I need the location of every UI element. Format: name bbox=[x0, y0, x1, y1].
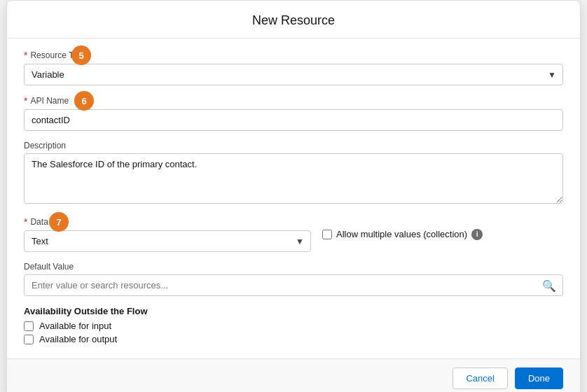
step-badge-6: 6 bbox=[74, 91, 94, 111]
new-resource-dialog: New Resource * Resource Type Variable Co… bbox=[6, 0, 581, 392]
available-for-output-row: Available for output bbox=[24, 334, 563, 344]
default-value-label: Default Value bbox=[24, 262, 563, 272]
data-type-field: * Data Type Text Number Currency Date Da… bbox=[24, 216, 311, 252]
search-icon: 🔍 bbox=[542, 279, 556, 292]
collection-checkbox[interactable] bbox=[322, 230, 332, 239]
step-badge-7: 7 bbox=[49, 212, 69, 232]
available-for-output-label: Available for output bbox=[39, 334, 117, 344]
availability-section: Availability Outside the Flow Available … bbox=[24, 306, 563, 344]
resource-type-field: * Resource Type Variable Constant Formul… bbox=[24, 50, 563, 85]
dialog-header: New Resource bbox=[7, 1, 580, 38]
available-for-input-row: Available for input bbox=[24, 321, 563, 331]
available-for-output-checkbox[interactable] bbox=[24, 335, 34, 344]
dialog-title: New Resource bbox=[252, 13, 335, 27]
resource-type-select-wrapper: Variable Constant Formula Stage Text Tem… bbox=[24, 64, 563, 85]
default-value-input[interactable] bbox=[24, 274, 563, 296]
dialog-body: * Resource Type Variable Constant Formul… bbox=[7, 38, 580, 358]
datatype-row: * Data Type Text Number Currency Date Da… bbox=[24, 216, 563, 252]
collection-info-icon[interactable]: i bbox=[471, 229, 483, 240]
description-textarea[interactable]: The Salesforce ID of the primary contact… bbox=[24, 153, 563, 204]
availability-title: Availability Outside the Flow bbox=[24, 306, 563, 316]
available-for-input-label: Available for input bbox=[39, 321, 111, 331]
cancel-button[interactable]: Cancel bbox=[453, 368, 507, 389]
resource-type-select[interactable]: Variable Constant Formula Stage Text Tem… bbox=[24, 64, 563, 85]
resource-type-label: * Resource Type bbox=[24, 50, 563, 61]
collection-option: Allow multiple values (collection) i bbox=[322, 229, 483, 240]
done-button[interactable]: Done bbox=[515, 368, 563, 389]
description-label: Description bbox=[24, 141, 563, 150]
dialog-footer: Cancel Done bbox=[7, 358, 580, 392]
step-badge-5: 5 bbox=[71, 46, 91, 65]
default-value-field: Default Value 🔍 bbox=[24, 262, 563, 296]
api-name-field: * API Name 6 bbox=[24, 95, 563, 131]
api-name-input[interactable] bbox=[24, 109, 563, 131]
default-value-search-wrapper: 🔍 bbox=[24, 274, 563, 296]
available-for-input-checkbox[interactable] bbox=[24, 321, 34, 331]
description-field: Description The Salesforce ID of the pri… bbox=[24, 141, 563, 206]
api-name-label: * API Name bbox=[24, 95, 563, 106]
data-type-select[interactable]: Text Number Currency Date DateTime Boole… bbox=[24, 230, 311, 252]
data-type-select-wrapper: Text Number Currency Date DateTime Boole… bbox=[24, 230, 311, 252]
